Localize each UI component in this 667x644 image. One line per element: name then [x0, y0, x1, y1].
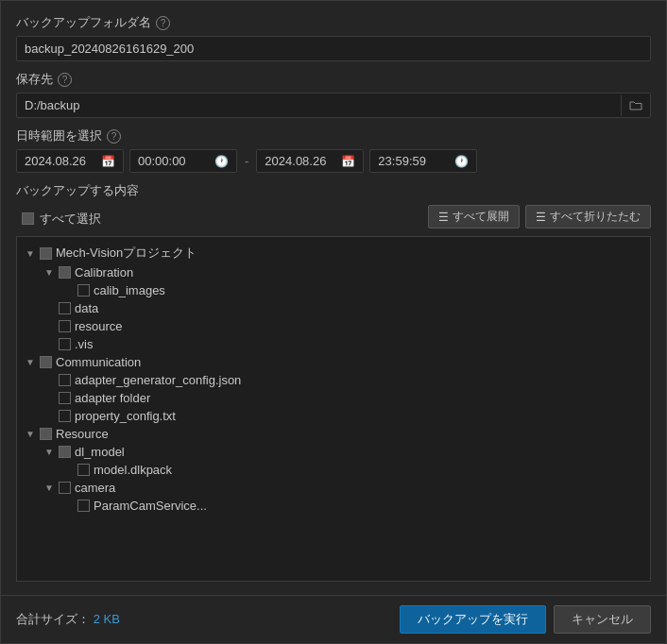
tree-arrow-icon[interactable] — [62, 285, 74, 297]
tree-node-checkbox[interactable] — [40, 428, 52, 440]
tree-node-label: resource — [75, 319, 123, 333]
tree-node-label: data — [75, 301, 98, 315]
tree-node-row[interactable]: .vis — [21, 335, 646, 353]
date-from-input[interactable] — [25, 154, 95, 168]
dialog-footer: 合計サイズ： 2 KB バックアップを実行 キャンセル — [1, 595, 666, 643]
tree-node-checkbox[interactable] — [59, 392, 71, 404]
calendar-to-icon[interactable]: 📅 — [341, 155, 355, 168]
save-to-input-wrapper — [16, 93, 651, 118]
tree-node-row[interactable]: adapter folder — [21, 389, 646, 407]
tree-node: Calibrationcalib_images — [21, 263, 646, 299]
tree-node-label: calib_images — [94, 283, 165, 297]
backup-execute-button[interactable]: バックアップを実行 — [400, 605, 546, 634]
save-to-section: 保存先 ? — [16, 71, 651, 118]
collapse-icon: ☰ — [536, 211, 546, 224]
tree-arrow-icon[interactable] — [43, 267, 55, 279]
expand-icon: ☰ — [438, 211, 449, 224]
time-from-input[interactable] — [138, 154, 209, 168]
select-all-row: すべて選択 — [16, 208, 107, 230]
tree-arrow-icon[interactable] — [25, 247, 36, 259]
tree-node: calib_images — [21, 281, 646, 299]
datetime-help-icon[interactable]: ? — [107, 129, 121, 144]
folder-name-label: バックアップフォルダ名 ? — [16, 14, 651, 31]
tree-node-row[interactable]: calib_images — [21, 281, 646, 299]
folder-name-help-icon[interactable]: ? — [156, 16, 170, 30]
tree-arrow-icon[interactable] — [43, 339, 55, 350]
tree-arrow-icon[interactable] — [43, 447, 55, 458]
tree-node-checkbox[interactable] — [40, 247, 52, 260]
save-to-help-icon[interactable]: ? — [58, 73, 72, 87]
tree-toolbar: ☰ すべて展開 ☰ すべて折りたたむ — [428, 205, 651, 229]
datetime-section: 日時範囲を選択 ? 📅 🕐 - 📅 🕐 — [16, 127, 651, 173]
tree-node-row[interactable]: ParamCamService... — [21, 497, 646, 515]
tree-node-row[interactable]: resource — [21, 317, 646, 335]
backup-dialog: バックアップフォルダ名 ? 保存先 ? 日時範囲を — [0, 0, 667, 644]
time-from-field: 🕐 — [129, 149, 237, 173]
tree-node-checkbox[interactable] — [59, 374, 71, 386]
folder-icon — [629, 99, 642, 112]
select-all-checkbox[interactable] — [22, 212, 34, 225]
tree-node-label: adapter folder — [75, 391, 150, 405]
tree-node-checkbox[interactable] — [40, 356, 52, 368]
tree-arrow-icon[interactable] — [62, 500, 74, 512]
tree-node-row[interactable]: Resource — [21, 425, 646, 443]
tree-arrow-icon[interactable] — [25, 357, 36, 368]
tree-node-label: dl_model — [75, 445, 125, 459]
tree-node: dl_modelmodel.dlkpack — [21, 443, 646, 479]
tree-node-label: camera — [75, 481, 115, 495]
backup-content-section: バックアップする内容 すべて選択 ☰ すべて展開 ☰ すべて折りたたむ — [16, 182, 651, 582]
tree-node-row[interactable]: model.dlkpack — [21, 461, 646, 479]
tree-arrow-icon[interactable] — [43, 393, 55, 404]
date-to-field: 📅 — [256, 149, 364, 173]
calendar-from-icon[interactable]: 📅 — [101, 155, 115, 168]
tree-node-checkbox[interactable] — [59, 410, 71, 422]
tree-node-checkbox[interactable] — [59, 338, 71, 350]
time-to-input[interactable] — [378, 154, 449, 168]
date-to-input[interactable] — [265, 154, 335, 168]
tree-node-row[interactable]: Mech-Visionプロジェクト — [21, 243, 646, 263]
cancel-button[interactable]: キャンセル — [554, 605, 651, 634]
tree-node-checkbox[interactable] — [59, 482, 71, 494]
tree-node-row[interactable]: property_config.txt — [21, 407, 646, 425]
tree-node: ParamCamService... — [21, 497, 646, 515]
tree-arrow-icon[interactable] — [43, 411, 55, 422]
tree-arrow-icon[interactable] — [62, 465, 74, 476]
tree-node-row[interactable]: dl_model — [21, 443, 646, 461]
collapse-all-button[interactable]: ☰ すべて折りたたむ — [525, 205, 651, 229]
select-all-label: すべて選択 — [40, 211, 101, 228]
tree-arrow-icon[interactable] — [43, 375, 55, 386]
tree-node-checkbox[interactable] — [77, 464, 90, 476]
tree-node-checkbox[interactable] — [77, 500, 90, 512]
tree-node-row[interactable]: Calibration — [21, 263, 646, 281]
tree-node-row[interactable]: data — [21, 299, 646, 317]
datetime-separator: - — [243, 154, 250, 168]
browse-folder-button[interactable] — [621, 95, 650, 116]
tree-node-checkbox[interactable] — [59, 446, 71, 458]
tree-node-row[interactable]: camera — [21, 479, 646, 497]
tree-arrow-icon[interactable] — [25, 429, 36, 440]
tree-node-checkbox[interactable] — [59, 266, 71, 279]
tree-arrow-icon[interactable] — [43, 483, 55, 494]
clock-from-icon[interactable]: 🕐 — [214, 155, 229, 168]
tree-node-checkbox[interactable] — [59, 302, 71, 314]
footer-buttons: バックアップを実行 キャンセル — [400, 605, 651, 634]
tree-node: adapter_generator_config.json — [21, 371, 646, 389]
datetime-label: 日時範囲を選択 ? — [16, 127, 651, 144]
tree-node: property_config.txt — [21, 407, 646, 425]
tree-arrow-icon[interactable] — [43, 321, 55, 332]
total-size: 合計サイズ： 2 KB — [16, 611, 120, 628]
save-to-input[interactable] — [17, 93, 621, 117]
clock-to-icon[interactable]: 🕐 — [454, 155, 469, 168]
folder-name-input[interactable] — [16, 36, 651, 61]
tree-node-checkbox[interactable] — [59, 320, 71, 332]
tree-node-row[interactable]: adapter_generator_config.json — [21, 371, 646, 389]
tree-node-row[interactable]: Communication — [21, 353, 646, 371]
tree-node: model.dlkpack — [21, 461, 646, 479]
tree-toolbar-row: すべて選択 ☰ すべて展開 ☰ すべて折りたたむ — [16, 205, 651, 232]
tree-container[interactable]: Mech-VisionプロジェクトCalibrationcalib_images… — [16, 236, 651, 582]
tree-arrow-icon[interactable] — [43, 303, 55, 314]
tree-node: Mech-VisionプロジェクトCalibrationcalib_images… — [21, 243, 646, 353]
tree-node-checkbox[interactable] — [77, 284, 90, 297]
tree-node: cameraParamCamService... — [21, 479, 646, 515]
expand-all-button[interactable]: ☰ すべて展開 — [428, 205, 520, 229]
